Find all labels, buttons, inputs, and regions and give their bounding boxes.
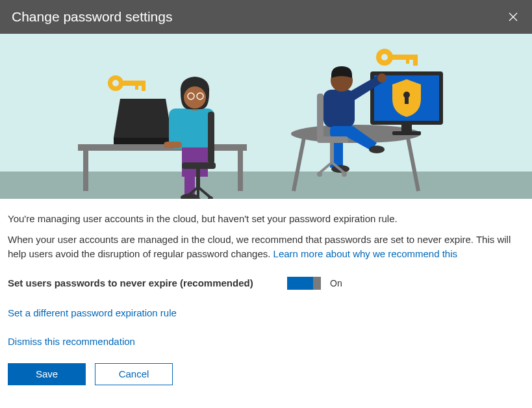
svg-line-38	[408, 138, 418, 191]
svg-rect-45	[323, 90, 355, 127]
svg-rect-4	[122, 81, 146, 86]
svg-point-59	[317, 172, 322, 177]
set-different-rule-link[interactable]: Set a different password expiration rule	[8, 306, 524, 320]
svg-rect-13	[182, 147, 208, 177]
dismiss-recommendation-link[interactable]: Dismiss this recommendation	[8, 335, 524, 349]
svg-rect-54	[317, 94, 323, 139]
cancel-button[interactable]: Cancel	[95, 363, 173, 385]
key-icon	[108, 75, 146, 91]
svg-line-26	[198, 187, 210, 198]
dialog-body: You're managing user accounts in the clo…	[0, 199, 532, 394]
svg-rect-24	[196, 169, 200, 187]
svg-rect-42	[392, 131, 421, 135]
svg-point-60	[342, 172, 347, 177]
svg-rect-7	[78, 144, 247, 151]
intro-text: You're managing user accounts in the clo…	[8, 212, 524, 226]
setting-label: Set users passwords to never expire (rec…	[8, 276, 287, 290]
close-icon	[508, 12, 518, 22]
svg-marker-11	[114, 99, 172, 138]
shield-icon	[392, 79, 421, 117]
svg-rect-44	[405, 96, 409, 104]
svg-rect-55	[317, 136, 348, 143]
svg-rect-6	[135, 86, 138, 90]
svg-rect-56	[330, 143, 334, 162]
key-icon	[376, 49, 418, 66]
dialog-title: Change password settings	[12, 9, 172, 25]
save-button[interactable]: Save	[8, 363, 86, 385]
svg-rect-35	[406, 60, 409, 64]
person-left	[164, 77, 216, 199]
svg-rect-41	[401, 125, 412, 131]
close-button[interactable]	[506, 10, 520, 24]
svg-rect-34	[413, 60, 418, 66]
svg-point-3	[112, 80, 119, 86]
svg-rect-33	[392, 55, 418, 60]
never-expire-toggle[interactable]	[287, 277, 321, 290]
dialog-header: Change password settings	[0, 0, 532, 34]
svg-rect-22	[208, 112, 214, 164]
never-expire-setting: Set users passwords to never expire (rec…	[8, 276, 524, 290]
svg-line-37	[294, 138, 304, 191]
svg-rect-21	[164, 142, 182, 148]
learn-more-link[interactable]: Learn more about why we recommend this	[273, 248, 457, 259]
desk-left	[78, 99, 247, 191]
svg-rect-9	[238, 151, 243, 191]
svg-point-47	[377, 73, 386, 83]
svg-point-50	[369, 146, 385, 153]
svg-rect-8	[83, 151, 88, 191]
illustration	[0, 34, 532, 199]
button-row: Save Cancel	[8, 363, 524, 385]
svg-rect-23	[182, 162, 216, 169]
svg-rect-5	[142, 86, 146, 91]
recommendation-text: When your user accounts are managed in t…	[8, 233, 524, 261]
toggle-state-label: On	[330, 277, 342, 290]
svg-point-32	[381, 54, 388, 60]
